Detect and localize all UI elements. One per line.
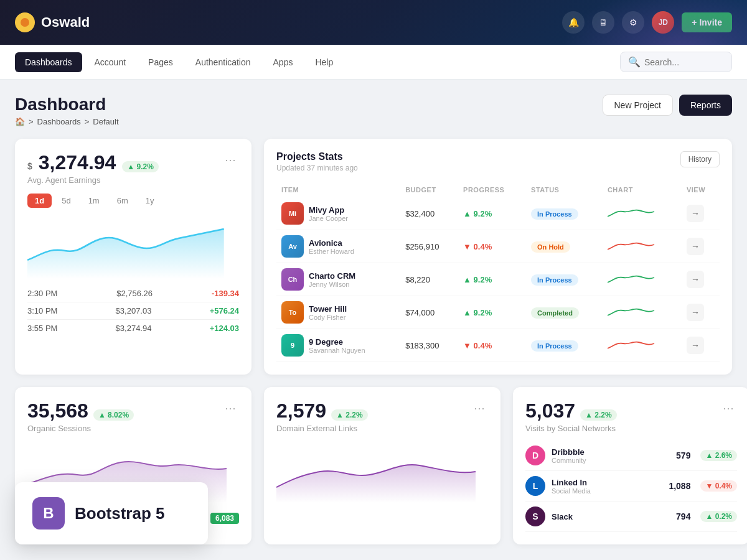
project-user-4: Savannah Nguyen bbox=[309, 347, 365, 354]
avatar[interactable]: JD bbox=[652, 11, 674, 34]
monitor-icon[interactable]: 🖥 bbox=[592, 11, 614, 34]
project-chart-3 bbox=[603, 296, 682, 329]
project-budget-1: $256,910 bbox=[400, 230, 458, 263]
logo-inner-circle bbox=[21, 18, 29, 27]
breadcrumb-default: Default bbox=[93, 117, 118, 126]
page-title: Dashboard bbox=[15, 95, 119, 114]
search-area: 🔍 bbox=[620, 52, 732, 72]
time-1: 3:10 PM bbox=[27, 306, 57, 315]
reports-button[interactable]: Reports bbox=[679, 95, 732, 116]
nav-item-pages[interactable]: Pages bbox=[138, 52, 183, 72]
social-item-2: S Slack 794 ▲ 0.2% bbox=[525, 502, 737, 532]
project-view-4[interactable]: → bbox=[682, 329, 720, 362]
social-more-button[interactable]: ⋯ bbox=[720, 399, 737, 417]
project-view-2[interactable]: → bbox=[682, 263, 720, 296]
header-buttons: New Project Reports bbox=[603, 95, 733, 116]
nav-item-dashboards[interactable]: Dashboards bbox=[15, 52, 82, 72]
social-name-1: Linked In bbox=[552, 478, 662, 487]
project-progress-4: ▼ 0.4% bbox=[458, 329, 526, 362]
organic-more-button[interactable]: ⋯ bbox=[222, 399, 239, 417]
project-user-0: Jane Cooper bbox=[309, 215, 348, 222]
project-budget-3: $74,000 bbox=[400, 296, 458, 329]
project-chart-2 bbox=[603, 263, 682, 296]
organic-subtitle: Organic Sessions bbox=[27, 424, 134, 433]
project-view-0[interactable]: → bbox=[682, 197, 720, 230]
social-item-0: D Dribbble Community 579 ▲ 2.6% bbox=[525, 441, 737, 471]
social-icon-0: D bbox=[525, 446, 545, 465]
social-items-list: D Dribbble Community 579 ▲ 2.6% L Linked… bbox=[525, 441, 737, 532]
nav-item-authentication[interactable]: Authentication bbox=[186, 52, 261, 72]
notification-icon[interactable]: 🔔 bbox=[562, 11, 585, 34]
nav-item-apps[interactable]: Apps bbox=[263, 52, 303, 72]
social-count-2: 794 bbox=[676, 511, 690, 521]
social-type-1: Social Media bbox=[552, 487, 662, 495]
project-row-0: Mi Mivy App Jane Cooper $32,400 ▲ 9.2% I… bbox=[276, 197, 720, 230]
social-badge: ▲ 2.2% bbox=[580, 409, 617, 421]
project-arrow-4[interactable]: → bbox=[687, 337, 704, 354]
change-2: +124.03 bbox=[210, 324, 239, 333]
logo-icon bbox=[15, 12, 35, 32]
project-item-1: Av Avionica Esther Howard bbox=[276, 230, 400, 263]
search-input[interactable] bbox=[644, 57, 724, 67]
earnings-subtitle: Avg. Agent Earnings bbox=[27, 175, 159, 185]
social-info-2: Slack bbox=[552, 512, 670, 521]
breadcrumb-separator: > bbox=[29, 117, 34, 126]
domain-chart bbox=[276, 447, 488, 503]
projects-card-header: Projects Stats Updated 37 minutes ago Hi… bbox=[276, 151, 720, 172]
project-chart-4 bbox=[603, 329, 682, 362]
domain-header: 2,579 ▲ 2.2% Domain External Links ⋯ bbox=[276, 399, 488, 433]
new-project-button[interactable]: New Project bbox=[603, 95, 673, 116]
social-icon-1: L bbox=[525, 476, 545, 496]
domain-subtitle: Domain External Links bbox=[276, 424, 368, 433]
project-name-3: Tower Hill bbox=[309, 304, 347, 314]
currency-symbol: $ bbox=[27, 161, 32, 171]
time-2: 3:55 PM bbox=[27, 324, 57, 333]
top-cards-row: $ 3,274.94 ▲ 9.2% Avg. Agent Earnings ⋯ … bbox=[15, 139, 732, 375]
project-status-3: Completed bbox=[526, 296, 603, 329]
filter-6m[interactable]: 6m bbox=[110, 194, 136, 208]
page-header: Dashboard 🏠 > Dashboards > Default New P… bbox=[15, 95, 732, 126]
share-icon[interactable]: ⚙ bbox=[622, 11, 644, 34]
filter-1m[interactable]: 1m bbox=[81, 194, 107, 208]
project-view-3[interactable]: → bbox=[682, 296, 720, 329]
history-button[interactable]: History bbox=[680, 151, 720, 167]
project-arrow-3[interactable]: → bbox=[687, 304, 704, 321]
domain-more-button[interactable]: ⋯ bbox=[471, 399, 488, 417]
nav-item-help[interactable]: Help bbox=[305, 52, 343, 72]
col-progress: PROGRESS bbox=[458, 182, 526, 197]
invite-button[interactable]: + Invite bbox=[682, 12, 732, 32]
project-progress-1: ▼ 0.4% bbox=[458, 230, 526, 263]
project-arrow-2[interactable]: → bbox=[687, 271, 704, 288]
nav-item-account[interactable]: Account bbox=[85, 52, 136, 72]
project-arrow-1[interactable]: → bbox=[687, 238, 704, 255]
earnings-badge: ▲ 9.2% bbox=[122, 161, 159, 172]
earnings-more-button[interactable]: ⋯ bbox=[222, 151, 239, 169]
bootstrap-overlay: B Bootstrap 5 bbox=[15, 482, 208, 544]
top-bar: Oswald 🔔 🖥 ⚙ JD + Invite bbox=[0, 0, 747, 45]
organic-value: 35,568 bbox=[27, 399, 88, 422]
project-budget-0: $32,400 bbox=[400, 197, 458, 230]
project-name-4: 9 Degree bbox=[309, 337, 365, 347]
project-status-1: On Hold bbox=[526, 230, 603, 263]
project-status-4: In Process bbox=[526, 329, 603, 362]
filter-1d[interactable]: 1d bbox=[27, 194, 52, 208]
social-info-1: Linked In Social Media bbox=[552, 478, 662, 495]
social-name-2: Slack bbox=[552, 512, 670, 521]
projects-card: Projects Stats Updated 37 minutes ago Hi… bbox=[264, 139, 732, 375]
social-item-1: L Linked In Social Media 1,088 ▼ 0.4% bbox=[525, 471, 737, 502]
social-type-0: Community bbox=[552, 457, 670, 464]
data-row-1: 3:10 PM $3,207.03 +576.24 bbox=[27, 302, 239, 320]
value-1: $3,207.03 bbox=[116, 306, 152, 315]
filter-1y[interactable]: 1y bbox=[138, 194, 162, 208]
social-badge-1: ▼ 0.4% bbox=[700, 480, 737, 492]
projects-subtitle: Updated 37 minutes ago bbox=[276, 164, 358, 172]
project-name-0: Mivy App bbox=[309, 205, 348, 215]
project-budget-2: $8,220 bbox=[400, 263, 458, 296]
value-2: $3,274.94 bbox=[116, 324, 152, 333]
project-view-1[interactable]: → bbox=[682, 230, 720, 263]
social-badge-0: ▲ 2.6% bbox=[700, 450, 737, 461]
filter-5d[interactable]: 5d bbox=[54, 194, 78, 208]
project-user-1: Esther Howard bbox=[309, 248, 354, 255]
project-arrow-0[interactable]: → bbox=[687, 205, 704, 222]
data-row-0: 2:30 PM $2,756.26 -139.34 bbox=[27, 285, 239, 302]
